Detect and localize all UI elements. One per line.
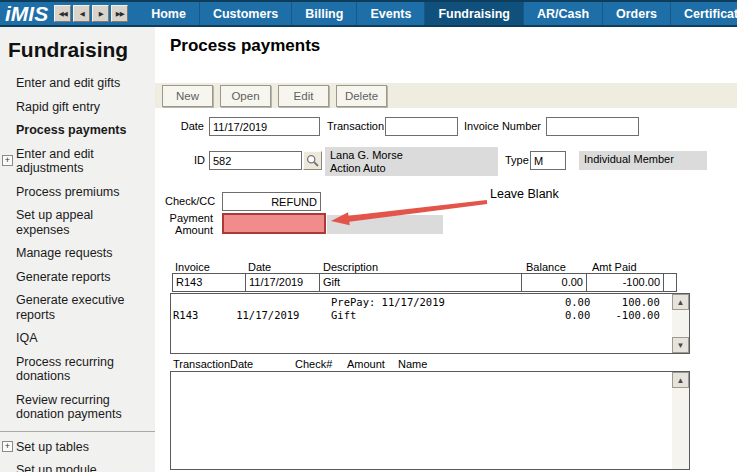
checkcc-input[interactable]: [222, 192, 321, 211]
invoice-cell[interactable]: R143: [172, 273, 246, 292]
sidebar-title: Fundraising: [0, 27, 155, 76]
sidebar-item-set-up-tables[interactable]: + Set up tables: [0, 440, 155, 455]
tab-home[interactable]: Home: [138, 2, 199, 25]
open-button[interactable]: Open: [220, 85, 271, 107]
transaction-col-header: Transaction: [173, 358, 230, 370]
tab-customers[interactable]: Customers: [199, 2, 291, 25]
sidebar-item-enter-and-edit-adjustments[interactable]: + Enter and edit adjustments: [0, 147, 155, 176]
invoice-detail-line-prepay: PrePay: 11/17/2019 0.00 100.00: [173, 296, 660, 309]
tab-certification[interactable]: Certification: [670, 2, 737, 25]
name-col-header: Name: [398, 358, 427, 370]
balance-col-header: Balance: [526, 261, 566, 273]
sidebar-item-enter-and-edit-gifts[interactable]: Enter and edit gifts: [0, 76, 155, 91]
tab-events[interactable]: Events: [356, 2, 424, 25]
type-description-box: Individual Member: [579, 151, 707, 170]
new-button[interactable]: New: [162, 85, 213, 107]
magnifier-icon: [306, 154, 319, 167]
nav-first-icon[interactable]: ◀◀: [54, 5, 71, 22]
sidebar-item-process-recurring-donations[interactable]: Process recurring donations: [0, 355, 155, 384]
sidebar-divider: [0, 431, 155, 432]
balance-cell[interactable]: 0.00: [521, 273, 587, 292]
id-label: ID: [155, 154, 205, 166]
payer-company: Action Auto: [330, 162, 493, 175]
checkcc-label: Check/CC: [165, 195, 213, 207]
invoice-grid-row[interactable]: R143 11/17/2019 Gift 0.00 -100.00: [172, 273, 677, 292]
sidebar-item-generate-reports[interactable]: Generate reports: [0, 270, 155, 285]
tab-billing[interactable]: Billing: [291, 2, 356, 25]
amt-paid-col-header: Amt Paid: [592, 261, 637, 273]
content-area: Process payments New Open Edit Delete Da…: [155, 27, 737, 472]
leave-blank-annotation: Leave Blank: [490, 187, 559, 201]
expand-plus-icon[interactable]: +: [2, 155, 13, 166]
type-label: Type: [505, 154, 529, 166]
process-payments-screen: { "topbar": { "logo": "iMIS", "nav_butto…: [0, 0, 737, 472]
sidebar-item-rapid-gift-entry[interactable]: Rapid gift entry: [0, 100, 155, 115]
imis-logo: iMIS: [0, 2, 54, 25]
type-input[interactable]: [530, 151, 566, 170]
scroll-up-icon[interactable]: ▲: [672, 372, 689, 388]
date-label: Date: [155, 120, 204, 132]
sidebar-item-set-up-module[interactable]: Set up module: [0, 463, 155, 472]
module-tabs: Home Customers Billing Events Fundraisin…: [138, 2, 737, 25]
payer-name: Lana G. Morse: [330, 149, 493, 162]
check-num-col-header: Check#: [295, 358, 332, 370]
sidebar-item-review-recurring-donation-payments[interactable]: Review recurring donation payments: [0, 393, 155, 422]
tab-fundraising[interactable]: Fundraising: [424, 2, 523, 25]
record-navigation-buttons: ◀◀ ◀ ▶ ▶▶: [54, 2, 138, 25]
payer-info-box: Lana G. Morse Action Auto: [325, 147, 498, 176]
delete-button[interactable]: Delete: [336, 85, 387, 107]
tab-orders[interactable]: Orders: [602, 2, 670, 25]
top-navigation-bar: iMIS ◀◀ ◀ ▶ ▶▶ Home Customers Billing Ev…: [0, 0, 737, 27]
tab-ar-cash[interactable]: AR/Cash: [523, 2, 602, 25]
nav-last-icon[interactable]: ▶▶: [111, 5, 128, 22]
sidebar-item-manage-requests[interactable]: Manage requests: [0, 246, 155, 261]
sidebar-item-process-payments[interactable]: Process payments: [0, 123, 155, 138]
description-cell[interactable]: Gift: [319, 273, 522, 292]
payment-amount-display-box: [327, 215, 443, 234]
sidebar-item-process-premiums[interactable]: Process premiums: [0, 185, 155, 200]
invoice-list-scrollbar[interactable]: ▲ ▼: [672, 294, 689, 353]
edit-button[interactable]: Edit: [278, 85, 329, 107]
page-title: Process payments: [170, 36, 320, 56]
invoice-detail-line-gift: R143 11/17/2019 Gift 0.00 -100.00: [173, 309, 660, 322]
payment-amount-label-line2: Amount: [165, 224, 213, 236]
nav-previous-icon[interactable]: ◀: [73, 5, 90, 22]
description-col-header: Description: [323, 261, 378, 273]
transaction-input[interactable]: [385, 117, 458, 136]
transaction-list-scrollbar[interactable]: ▲: [672, 372, 689, 469]
scroll-up-icon[interactable]: ▲: [672, 294, 689, 310]
sidebar: Fundraising Enter and edit gifts Rapid g…: [0, 27, 155, 472]
transaction-date-col-header: Date: [230, 358, 253, 370]
expand-plus-icon[interactable]: +: [2, 441, 13, 452]
date-input[interactable]: [209, 117, 320, 136]
sidebar-item-iqa[interactable]: IQA: [0, 331, 155, 346]
amount-col-header: Amount: [347, 358, 385, 370]
transaction-label: Transaction: [327, 120, 384, 132]
invoice-number-label: Invoice Number: [464, 120, 541, 132]
sidebar-item-generate-executive-reports[interactable]: Generate executive reports: [0, 293, 155, 322]
scroll-down-icon[interactable]: ▼: [672, 337, 689, 353]
invoice-date-col-header: Date: [248, 261, 271, 273]
nav-next-icon[interactable]: ▶: [92, 5, 109, 22]
amt-paid-cell[interactable]: -100.00: [586, 273, 664, 292]
payment-amount-label-line1: Payment: [165, 212, 213, 224]
row-selector-cell[interactable]: [663, 273, 677, 292]
invoice-col-header: Invoice: [175, 261, 210, 273]
invoice-number-input[interactable]: [546, 117, 639, 136]
toolbar: New Open Edit Delete: [155, 83, 737, 108]
payment-amount-input[interactable]: [222, 213, 326, 234]
sidebar-item-set-up-appeal-expenses[interactable]: Set up appeal expenses: [0, 208, 155, 237]
id-input[interactable]: [209, 151, 302, 170]
invoice-date-cell[interactable]: 11/17/2019: [245, 273, 320, 292]
id-lookup-button[interactable]: [303, 151, 322, 170]
transaction-list[interactable]: ▲: [170, 371, 690, 470]
